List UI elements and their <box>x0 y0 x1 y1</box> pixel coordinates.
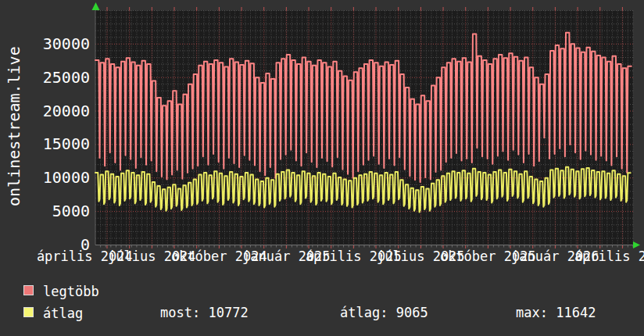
stat-most-label: most: <box>160 305 200 320</box>
y-tick-label: 30000 <box>23 35 90 53</box>
stat-max-value: 11642 <box>556 305 596 320</box>
chart-canvas <box>0 0 644 280</box>
stat-most-value: 10772 <box>208 305 248 320</box>
y-tick-label: 15000 <box>23 135 90 153</box>
x-tick-label: április 2026 <box>574 248 644 265</box>
y-tick-label: 25000 <box>23 69 90 87</box>
y-tick-label: 10000 <box>23 169 90 187</box>
legend-label-atlag: átlag <box>43 306 83 321</box>
y-tick-label: 5000 <box>23 202 90 220</box>
legend-row-atlag: átlag <box>23 305 83 320</box>
stat-max-label: max: <box>516 305 548 320</box>
y-tick-label: 20000 <box>23 102 90 120</box>
graph-panel: { "page": { "vertical_title": "onlinestr… <box>0 0 644 336</box>
y-axis-arrow-icon <box>92 2 100 10</box>
legend-swatch-legtobb <box>23 285 34 295</box>
stat-atlag: átlag: 9065 <box>340 305 428 320</box>
stat-atlag-value: 9065 <box>396 305 428 320</box>
legend-label-legtobb: legtöbb <box>43 284 99 299</box>
stat-max: max: 11642 <box>516 305 596 320</box>
legend-swatch-atlag <box>23 307 34 317</box>
stat-atlag-label: átlag: <box>340 305 388 320</box>
legend-row-legtobb: legtöbb <box>23 283 99 298</box>
stat-most: most: 10772 <box>160 305 249 320</box>
